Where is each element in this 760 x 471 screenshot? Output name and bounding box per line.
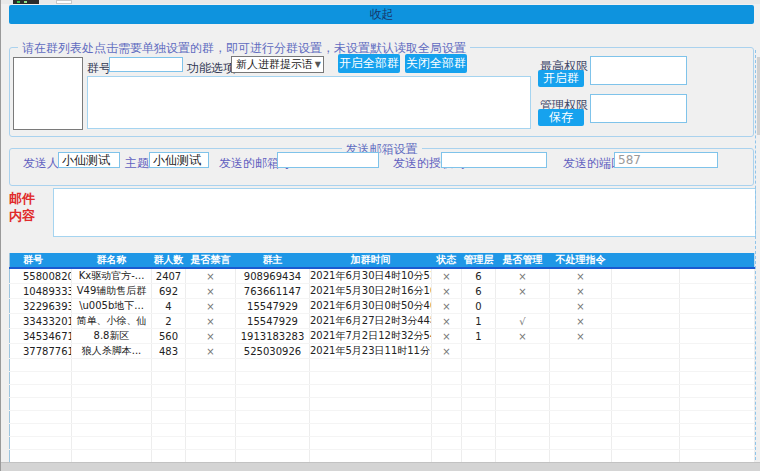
table-row[interactable]: 322963931\u005b地下...4×155479292021年6月30日… — [10, 299, 755, 314]
table-cell[interactable]: 1 — [462, 329, 496, 344]
table-cell[interactable]: 8.8新区 — [72, 329, 152, 344]
table-cell[interactable]: 狼人杀脚本... — [72, 344, 152, 359]
table-cell[interactable]: 2 — [152, 314, 186, 329]
table-cell[interactable]: × — [432, 284, 462, 299]
table-cell[interactable] — [680, 299, 755, 314]
collapse-button[interactable]: 收起 — [9, 5, 754, 24]
table-cell[interactable] — [612, 299, 680, 314]
table-cell[interactable]: × — [496, 284, 550, 299]
table-header-cell[interactable]: 是否管理 — [496, 253, 550, 268]
close-all-groups-button[interactable]: 关闭全部群 — [405, 54, 467, 73]
group-no-input[interactable] — [109, 57, 183, 72]
table-cell[interactable]: 345346718 — [10, 329, 72, 344]
max-permission-input[interactable] — [590, 56, 687, 85]
table-cell[interactable] — [612, 344, 680, 359]
table-header-cell[interactable]: 群号 — [10, 253, 72, 268]
table-cell[interactable]: V49辅助售后群 — [72, 284, 152, 299]
table-cell[interactable]: 1913183283 — [236, 329, 310, 344]
table-cell[interactable]: × — [186, 314, 236, 329]
table-cell[interactable]: 692 — [152, 284, 186, 299]
table-cell[interactable]: Kx驱动官方-... — [72, 268, 152, 284]
table-cell[interactable]: × — [432, 344, 462, 359]
sender-input[interactable] — [58, 152, 120, 168]
table-cell[interactable]: 55800820 — [10, 268, 72, 284]
table-cell[interactable] — [680, 344, 755, 359]
table-row[interactable]: 377877612狼人杀脚本...483×5250309262021年5月23日… — [10, 344, 755, 359]
admin-permission-input[interactable] — [590, 94, 687, 123]
save-button[interactable]: 保存 — [538, 109, 584, 126]
table-cell[interactable]: 377877612 — [10, 344, 72, 359]
table-cell[interactable] — [612, 314, 680, 329]
table-cell[interactable]: 15547929 — [236, 299, 310, 314]
table-cell[interactable]: 560 — [152, 329, 186, 344]
table-cell[interactable]: × — [186, 268, 236, 284]
table-header-cell[interactable]: 群名称 — [72, 253, 152, 268]
table-cell[interactable] — [612, 284, 680, 299]
table-cell[interactable]: 322963931 — [10, 299, 72, 314]
table-cell[interactable] — [680, 284, 755, 299]
mail-content-textarea[interactable] — [53, 188, 756, 237]
table-cell[interactable] — [680, 314, 755, 329]
table-cell[interactable]: × — [496, 268, 550, 284]
table-row[interactable]: 104893330V49辅助售后群692×7636611472021年5月30日… — [10, 284, 755, 299]
open-all-groups-button[interactable]: 开启全部群 — [338, 54, 400, 73]
table-cell[interactable]: × — [550, 329, 612, 344]
table-cell[interactable] — [496, 299, 550, 314]
table-cell[interactable]: 1 — [462, 314, 496, 329]
table-header-cell[interactable]: 加群时间 — [310, 253, 432, 268]
table-cell[interactable]: 483 — [152, 344, 186, 359]
table-cell[interactable] — [550, 344, 612, 359]
table-cell[interactable]: × — [186, 299, 236, 314]
table-cell[interactable]: \u005b地下... — [72, 299, 152, 314]
table-header-cell[interactable] — [612, 253, 680, 268]
table-cell[interactable]: × — [432, 299, 462, 314]
table-cell[interactable]: 6 — [462, 268, 496, 284]
table-cell[interactable]: × — [550, 268, 612, 284]
open-group-button[interactable]: 开启群 — [538, 70, 584, 87]
table-cell[interactable]: × — [550, 314, 612, 329]
table-cell[interactable]: 4 — [152, 299, 186, 314]
email-account-input[interactable] — [277, 152, 379, 168]
table-cell[interactable]: × — [550, 284, 612, 299]
table-cell[interactable]: × — [186, 329, 236, 344]
table-row[interactable]: 334332016简单、小徐、仙2×155479292021年6月27日2时3分… — [10, 314, 755, 329]
table-cell[interactable]: 525030926 — [236, 344, 310, 359]
auth-code-input[interactable] — [441, 152, 547, 168]
table-cell[interactable]: × — [186, 284, 236, 299]
table-header-cell[interactable]: 群主 — [236, 253, 310, 268]
table-cell[interactable] — [680, 268, 755, 284]
table-cell[interactable]: 334332016 — [10, 314, 72, 329]
table-cell[interactable]: × — [550, 299, 612, 314]
table-cell[interactable]: × — [186, 344, 236, 359]
table-cell[interactable]: 763661147 — [236, 284, 310, 299]
table-cell[interactable]: 6 — [462, 284, 496, 299]
table-cell[interactable]: 2021年5月23日11时11分1秒 — [310, 344, 432, 359]
horizontal-scrollbar[interactable] — [1, 462, 760, 471]
table-cell[interactable]: 2021年5月30日2时16分10秒 — [310, 284, 432, 299]
table-cell[interactable]: 2407 — [152, 268, 186, 284]
table-cell[interactable]: 2021年6月30日4时10分53秒 — [310, 268, 432, 284]
table-cell[interactable]: 2021年6月30日0时50分40秒 — [310, 299, 432, 314]
table-cell[interactable] — [462, 344, 496, 359]
group-listbox[interactable] — [13, 57, 83, 130]
table-cell[interactable]: 908969434 — [236, 268, 310, 284]
table-cell[interactable]: × — [432, 268, 462, 284]
table-row[interactable]: 55800820Kx驱动官方-...2407×9089694342021年6月3… — [10, 268, 755, 284]
table-header-cell[interactable]: 群人数 — [152, 253, 186, 268]
table-cell[interactable]: 0 — [462, 299, 496, 314]
table-cell[interactable] — [612, 329, 680, 344]
table-cell[interactable]: 简单、小徐、仙 — [72, 314, 152, 329]
table-cell[interactable]: × — [496, 329, 550, 344]
subject-input[interactable] — [149, 152, 209, 168]
table-header-cell[interactable]: 不处理指令 — [550, 253, 612, 268]
table-cell[interactable]: 2021年7月2日12时32分54秒 — [310, 329, 432, 344]
table-row[interactable]: 3453467188.8新区560×19131832832021年7月2日12时… — [10, 329, 755, 344]
table-cell[interactable]: √ — [496, 314, 550, 329]
table-cell[interactable] — [680, 329, 755, 344]
table-header-cell[interactable]: 管理层 — [462, 253, 496, 268]
table-cell[interactable]: 104893330 — [10, 284, 72, 299]
table-cell[interactable]: × — [432, 329, 462, 344]
table-header-cell[interactable]: 状态 — [432, 253, 462, 268]
table-cell[interactable] — [612, 268, 680, 284]
function-content-textarea[interactable] — [87, 76, 531, 129]
